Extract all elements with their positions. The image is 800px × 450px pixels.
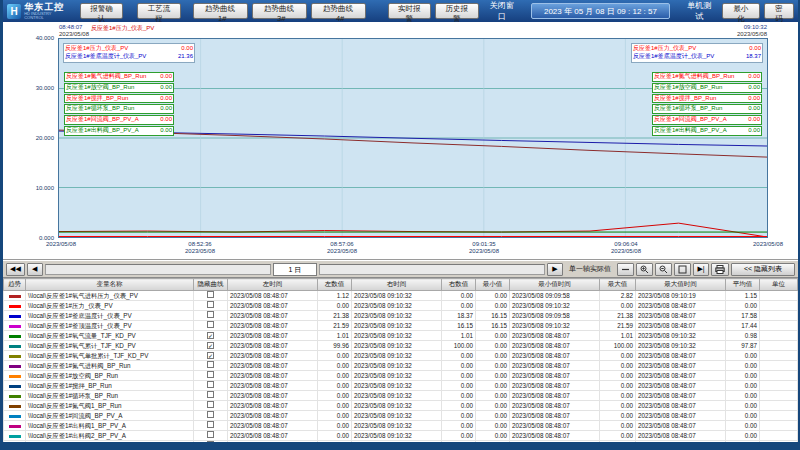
logo-subtitle: HD INDUSTRY CONTROL <box>24 12 69 20</box>
table-row[interactable]: \\local\反应釜1#氧气累计_TJF_KD_PV✓2023/05/08 0… <box>4 341 798 351</box>
nav-button-1[interactable]: 报警确认 <box>80 3 124 19</box>
variable-name: \\local\反应釜1#压力_仪表_PV <box>26 301 194 311</box>
trend-color-swatch <box>9 435 21 438</box>
page-next-button[interactable]: ▶ <box>547 263 563 276</box>
time-scrollbar-right[interactable] <box>319 264 545 275</box>
min-time: 2023/05/08 08:48:07 <box>510 391 600 401</box>
hide-curve-checkbox[interactable] <box>207 421 214 428</box>
minimize-button[interactable]: 最小化 <box>722 3 759 19</box>
hide-curve-checkbox[interactable] <box>207 301 214 308</box>
max-time: 2023/05/08 08:48:07 <box>636 371 726 381</box>
column-header[interactable]: 右时间 <box>352 279 442 291</box>
table-row[interactable]: \\local\反应釜1#氮气阀1_BP_Run2023/05/08 08:48… <box>4 401 798 411</box>
max-time: 2023/05/08 09:10:19 <box>636 291 726 301</box>
max-value: 2.82 <box>600 291 636 301</box>
time-span-box[interactable]: 1 日 <box>273 263 317 276</box>
table-row[interactable]: \\local\反应釜1#氧气流量_TJF_KD_PV✓2023/05/08 0… <box>4 331 798 341</box>
x-tick: 09:01:352023/05/08 <box>454 241 514 255</box>
hide-curve-checkbox[interactable] <box>207 321 214 328</box>
table-row[interactable]: \\local\反应釜1#出料阀1_BP_PV_A2023/05/08 08:4… <box>4 421 798 431</box>
close-window-button[interactable]: 关闭窗口 <box>483 0 521 22</box>
table-row[interactable]: \\local\反应釜1#回流阀_BP_PV_A2023/05/08 08:48… <box>4 411 798 421</box>
logo-icon: H <box>7 4 21 19</box>
hide-curve-checkbox[interactable] <box>207 431 214 438</box>
table-row[interactable]: \\local\反应釜1#釜底温度计_仪表_PV2023/05/08 08:48… <box>4 311 798 321</box>
trend-color-cell <box>4 341 26 351</box>
column-header[interactable]: 最大值 <box>600 279 636 291</box>
column-header[interactable]: 平均值 <box>726 279 760 291</box>
nav-button-2[interactable]: 工艺流程 <box>137 3 181 19</box>
table-row[interactable]: \\local\反应釜1#放空阀_BP_Run2023/05/08 08:48:… <box>4 371 798 381</box>
column-header[interactable]: 右数值 <box>442 279 476 291</box>
zoom-reset-button[interactable] <box>674 263 691 276</box>
table-row[interactable]: \\local\反应釜1#氧气进料压力_仪表_PV2023/05/08 08:4… <box>4 291 798 301</box>
right-value: 0.00 <box>442 361 476 371</box>
hide-curve-cell <box>194 391 228 401</box>
password-button[interactable]: 密码 <box>764 3 794 19</box>
max-value: 0.00 <box>600 361 636 371</box>
left-value: 0.00 <box>318 361 352 371</box>
y-tick: 10.000 <box>9 185 54 191</box>
zoom-in-button[interactable] <box>636 263 653 276</box>
max-time: 2023/05/08 08:48:07 <box>636 361 726 371</box>
min-value: 0.00 <box>476 341 510 351</box>
nav-button-5[interactable]: 趋势曲线_4# <box>311 3 366 19</box>
table-row[interactable]: \\local\反应釜1#出料阀2_BP_PV_A2023/05/08 08:4… <box>4 431 798 441</box>
hide-curve-checkbox[interactable]: ✓ <box>207 332 214 339</box>
hide-curve-checkbox[interactable] <box>207 401 214 408</box>
table-row[interactable]: \\local\反应釜1#釜顶温度计_仪表_PV2023/05/08 08:48… <box>4 321 798 331</box>
nav-button-3[interactable]: 趋势曲线_1# <box>193 3 248 19</box>
right-time: 2023/05/08 09:10:32 <box>352 291 442 301</box>
min-value: 0.00 <box>476 351 510 361</box>
trend-color-cell <box>4 331 26 341</box>
hide-curve-checkbox[interactable] <box>207 411 214 418</box>
column-header[interactable]: 最小值 <box>476 279 510 291</box>
left-value: 0.00 <box>318 431 352 441</box>
table-row[interactable]: \\local\反应釜1#氧气单批累计_TJF_KD_PV✓2023/05/08… <box>4 351 798 361</box>
hide-curve-checkbox[interactable] <box>207 361 214 368</box>
nav-button-4[interactable]: 趋势曲线_3# <box>252 3 307 19</box>
avg-value: 0.00 <box>726 421 760 431</box>
page-first-button[interactable]: ◀◀ <box>6 263 25 276</box>
hide-list-button[interactable]: << 隐藏列表 <box>731 263 795 276</box>
hide-curve-checkbox[interactable] <box>207 391 214 398</box>
nav-button-7[interactable]: 历史报警 <box>435 3 479 19</box>
hide-curve-cell <box>194 321 228 331</box>
print-button[interactable] <box>711 263 729 276</box>
min-value: 0.00 <box>476 401 510 411</box>
x-axis-left-date: 2023/05/08 <box>31 241 91 247</box>
zoom-range-button[interactable] <box>617 263 634 276</box>
table-row[interactable]: \\local\反应釜1#压力_仪表_PV2023/05/08 08:48:07… <box>4 301 798 311</box>
table-row[interactable]: \\local\反应釜1#搅拌_BP_Run2023/05/08 08:48:0… <box>4 381 798 391</box>
hide-curve-checkbox[interactable]: ✓ <box>207 342 214 349</box>
column-header[interactable]: 左时间 <box>228 279 318 291</box>
avg-value: 0.00 <box>726 381 760 391</box>
unit <box>760 421 798 431</box>
column-header[interactable]: 最大值时间 <box>636 279 726 291</box>
hide-curve-checkbox[interactable] <box>207 311 214 318</box>
column-header[interactable]: 变量名称 <box>26 279 194 291</box>
hide-curve-checkbox[interactable] <box>207 381 214 388</box>
table-row[interactable]: \\local\反应釜1#氮气进料阀_BP_Run2023/05/08 08:4… <box>4 361 798 371</box>
table-row[interactable]: \\local\反应釜1#循环泵_BP_Run2023/05/08 08:48:… <box>4 391 798 401</box>
column-header[interactable]: 最小值时间 <box>510 279 600 291</box>
right-value: 0.00 <box>442 381 476 391</box>
hide-curve-checkbox[interactable]: ✓ <box>207 352 214 359</box>
hide-curve-checkbox[interactable] <box>207 291 214 298</box>
column-header[interactable]: 左数值 <box>318 279 352 291</box>
zoom-out-button[interactable] <box>655 263 672 276</box>
time-scrollbar[interactable] <box>45 264 271 275</box>
min-time: 2023/05/08 08:48:07 <box>510 421 600 431</box>
avg-value: 0.00 <box>726 391 760 401</box>
table-header-row: 趋势变量名称隐藏曲线左时间左数值右时间右数值最小值最小值时间最大值最大值时间平均… <box>4 279 798 291</box>
hide-curve-checkbox[interactable] <box>207 371 214 378</box>
nav-button-6[interactable]: 实时报警 <box>388 3 432 19</box>
column-header[interactable]: 隐藏曲线 <box>194 279 228 291</box>
column-header[interactable]: 趋势 <box>4 279 26 291</box>
page-end-button[interactable]: ▶| <box>693 263 709 276</box>
column-header[interactable]: 单位 <box>760 279 798 291</box>
avg-value: 0.00 <box>726 361 760 371</box>
standalone-test-button[interactable]: 单机测试 <box>680 0 718 22</box>
page-prev-button[interactable]: ◀ <box>27 263 43 276</box>
plot-area[interactable]: 反应釜1#压力_仪表_PV0.00反应釜1#釜底温度计_仪表_PV21.36 反… <box>58 38 768 238</box>
